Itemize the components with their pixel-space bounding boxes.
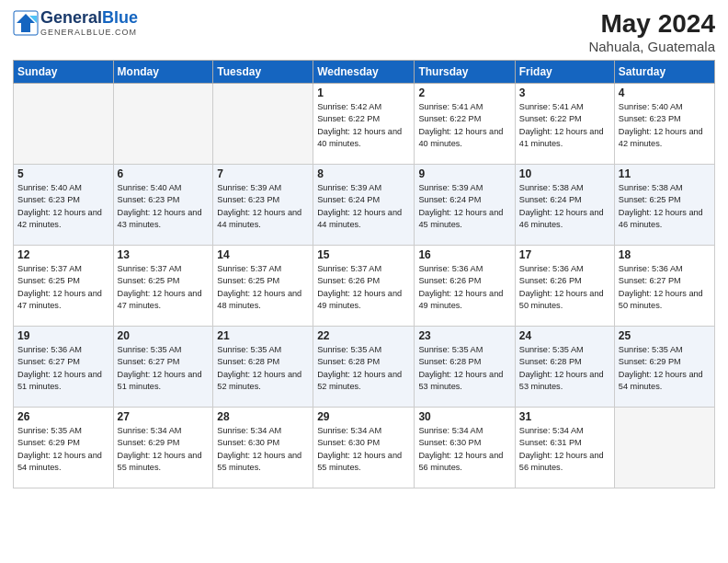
month-year: May 2024 — [588, 9, 715, 39]
day-info: Sunrise: 5:40 AMSunset: 6:23 PMDaylight:… — [118, 182, 210, 231]
logo: GeneralBlue GENERALBLUE.COM — [13, 9, 138, 37]
day-number: 20 — [118, 329, 210, 342]
weekday-header: Monday — [113, 61, 213, 84]
calendar-cell — [213, 84, 313, 165]
day-number: 11 — [619, 167, 711, 180]
day-number: 8 — [317, 167, 410, 180]
weekday-header: Thursday — [415, 61, 515, 84]
calendar-cell: 23Sunrise: 5:35 AMSunset: 6:28 PMDayligh… — [415, 327, 515, 408]
day-info: Sunrise: 5:35 AMSunset: 6:28 PMDaylight:… — [418, 344, 510, 393]
calendar-cell: 31Sunrise: 5:34 AMSunset: 6:31 PMDayligh… — [515, 408, 614, 488]
day-number: 18 — [619, 248, 711, 261]
day-number: 28 — [217, 410, 309, 423]
calendar-row: 12Sunrise: 5:37 AMSunset: 6:25 PMDayligh… — [14, 246, 715, 327]
day-info: Sunrise: 5:36 AMSunset: 6:26 PMDaylight:… — [519, 263, 610, 312]
day-number: 29 — [317, 410, 410, 423]
day-number: 9 — [418, 167, 510, 180]
calendar-cell: 20Sunrise: 5:35 AMSunset: 6:27 PMDayligh… — [113, 327, 213, 408]
day-number: 25 — [619, 329, 711, 342]
calendar-cell: 26Sunrise: 5:35 AMSunset: 6:29 PMDayligh… — [14, 408, 114, 488]
calendar: SundayMondayTuesdayWednesdayThursdayFrid… — [13, 60, 715, 488]
calendar-cell: 25Sunrise: 5:35 AMSunset: 6:29 PMDayligh… — [614, 327, 714, 408]
calendar-cell: 5Sunrise: 5:40 AMSunset: 6:23 PMDaylight… — [14, 165, 114, 246]
calendar-cell: 11Sunrise: 5:38 AMSunset: 6:25 PMDayligh… — [614, 165, 714, 246]
day-number: 6 — [118, 167, 210, 180]
day-info: Sunrise: 5:36 AMSunset: 6:26 PMDaylight:… — [418, 263, 510, 312]
weekday-header: Wednesday — [313, 61, 415, 84]
day-info: Sunrise: 5:34 AMSunset: 6:31 PMDaylight:… — [519, 425, 610, 474]
day-info: Sunrise: 5:35 AMSunset: 6:27 PMDaylight:… — [118, 344, 210, 393]
weekday-header-row: SundayMondayTuesdayWednesdayThursdayFrid… — [14, 61, 715, 84]
day-info: Sunrise: 5:35 AMSunset: 6:28 PMDaylight:… — [317, 344, 410, 393]
day-info: Sunrise: 5:34 AMSunset: 6:30 PMDaylight:… — [418, 425, 510, 474]
calendar-row: 26Sunrise: 5:35 AMSunset: 6:29 PMDayligh… — [14, 408, 715, 488]
calendar-cell: 7Sunrise: 5:39 AMSunset: 6:23 PMDaylight… — [213, 165, 313, 246]
day-info: Sunrise: 5:40 AMSunset: 6:23 PMDaylight:… — [17, 182, 109, 231]
day-info: Sunrise: 5:37 AMSunset: 6:26 PMDaylight:… — [317, 263, 410, 312]
calendar-row: 1Sunrise: 5:42 AMSunset: 6:22 PMDaylight… — [14, 84, 715, 165]
location: Nahuala, Guatemala — [588, 39, 715, 54]
day-info: Sunrise: 5:37 AMSunset: 6:25 PMDaylight:… — [17, 263, 109, 312]
day-number: 3 — [519, 86, 610, 99]
calendar-cell: 28Sunrise: 5:34 AMSunset: 6:30 PMDayligh… — [213, 408, 313, 488]
calendar-cell: 3Sunrise: 5:41 AMSunset: 6:22 PMDaylight… — [515, 84, 614, 165]
day-info: Sunrise: 5:40 AMSunset: 6:23 PMDaylight:… — [619, 101, 711, 150]
day-number: 2 — [418, 86, 510, 99]
calendar-cell: 14Sunrise: 5:37 AMSunset: 6:25 PMDayligh… — [213, 246, 313, 327]
day-number: 27 — [118, 410, 210, 423]
calendar-cell: 13Sunrise: 5:37 AMSunset: 6:25 PMDayligh… — [113, 246, 213, 327]
calendar-cell: 18Sunrise: 5:36 AMSunset: 6:27 PMDayligh… — [614, 246, 714, 327]
day-number: 30 — [418, 410, 510, 423]
day-info: Sunrise: 5:35 AMSunset: 6:29 PMDaylight:… — [619, 344, 711, 393]
page: GeneralBlue GENERALBLUE.COM May 2024 Nah… — [0, 0, 728, 498]
weekday-header: Friday — [515, 61, 614, 84]
calendar-cell: 21Sunrise: 5:35 AMSunset: 6:28 PMDayligh… — [213, 327, 313, 408]
day-number: 26 — [17, 410, 109, 423]
day-info: Sunrise: 5:38 AMSunset: 6:25 PMDaylight:… — [619, 182, 711, 231]
calendar-cell: 12Sunrise: 5:37 AMSunset: 6:25 PMDayligh… — [14, 246, 114, 327]
calendar-cell: 2Sunrise: 5:41 AMSunset: 6:22 PMDaylight… — [415, 84, 515, 165]
calendar-cell: 22Sunrise: 5:35 AMSunset: 6:28 PMDayligh… — [313, 327, 415, 408]
day-info: Sunrise: 5:42 AMSunset: 6:22 PMDaylight:… — [317, 101, 410, 150]
day-info: Sunrise: 5:34 AMSunset: 6:30 PMDaylight:… — [217, 425, 309, 474]
day-number: 31 — [519, 410, 610, 423]
calendar-cell: 16Sunrise: 5:36 AMSunset: 6:26 PMDayligh… — [415, 246, 515, 327]
weekday-header: Tuesday — [213, 61, 313, 84]
day-number: 14 — [217, 248, 309, 261]
day-info: Sunrise: 5:37 AMSunset: 6:25 PMDaylight:… — [118, 263, 210, 312]
calendar-cell: 10Sunrise: 5:38 AMSunset: 6:24 PMDayligh… — [515, 165, 614, 246]
calendar-cell: 17Sunrise: 5:36 AMSunset: 6:26 PMDayligh… — [515, 246, 614, 327]
day-info: Sunrise: 5:34 AMSunset: 6:29 PMDaylight:… — [118, 425, 210, 474]
day-number: 15 — [317, 248, 410, 261]
calendar-cell — [113, 84, 213, 165]
day-number: 5 — [17, 167, 109, 180]
day-number: 24 — [519, 329, 610, 342]
day-info: Sunrise: 5:34 AMSunset: 6:30 PMDaylight:… — [317, 425, 410, 474]
day-number: 10 — [519, 167, 610, 180]
day-info: Sunrise: 5:36 AMSunset: 6:27 PMDaylight:… — [619, 263, 711, 312]
day-number: 17 — [519, 248, 610, 261]
day-number: 21 — [217, 329, 309, 342]
calendar-cell: 19Sunrise: 5:36 AMSunset: 6:27 PMDayligh… — [14, 327, 114, 408]
day-info: Sunrise: 5:39 AMSunset: 6:24 PMDaylight:… — [418, 182, 510, 231]
calendar-cell: 9Sunrise: 5:39 AMSunset: 6:24 PMDaylight… — [415, 165, 515, 246]
calendar-cell: 24Sunrise: 5:35 AMSunset: 6:28 PMDayligh… — [515, 327, 614, 408]
calendar-cell — [14, 84, 114, 165]
calendar-cell: 30Sunrise: 5:34 AMSunset: 6:30 PMDayligh… — [415, 408, 515, 488]
calendar-cell: 27Sunrise: 5:34 AMSunset: 6:29 PMDayligh… — [113, 408, 213, 488]
calendar-cell: 8Sunrise: 5:39 AMSunset: 6:24 PMDaylight… — [313, 165, 415, 246]
day-number: 19 — [17, 329, 109, 342]
calendar-row: 5Sunrise: 5:40 AMSunset: 6:23 PMDaylight… — [14, 165, 715, 246]
day-number: 23 — [418, 329, 510, 342]
day-info: Sunrise: 5:35 AMSunset: 6:28 PMDaylight:… — [519, 344, 610, 393]
day-number: 12 — [17, 248, 109, 261]
day-info: Sunrise: 5:41 AMSunset: 6:22 PMDaylight:… — [418, 101, 510, 150]
logo-icon — [13, 10, 39, 36]
calendar-cell: 6Sunrise: 5:40 AMSunset: 6:23 PMDaylight… — [113, 165, 213, 246]
calendar-cell: 4Sunrise: 5:40 AMSunset: 6:23 PMDaylight… — [614, 84, 714, 165]
day-info: Sunrise: 5:36 AMSunset: 6:27 PMDaylight:… — [17, 344, 109, 393]
header: GeneralBlue GENERALBLUE.COM May 2024 Nah… — [13, 9, 715, 54]
day-number: 4 — [619, 86, 711, 99]
day-number: 16 — [418, 248, 510, 261]
calendar-cell: 1Sunrise: 5:42 AMSunset: 6:22 PMDaylight… — [313, 84, 415, 165]
